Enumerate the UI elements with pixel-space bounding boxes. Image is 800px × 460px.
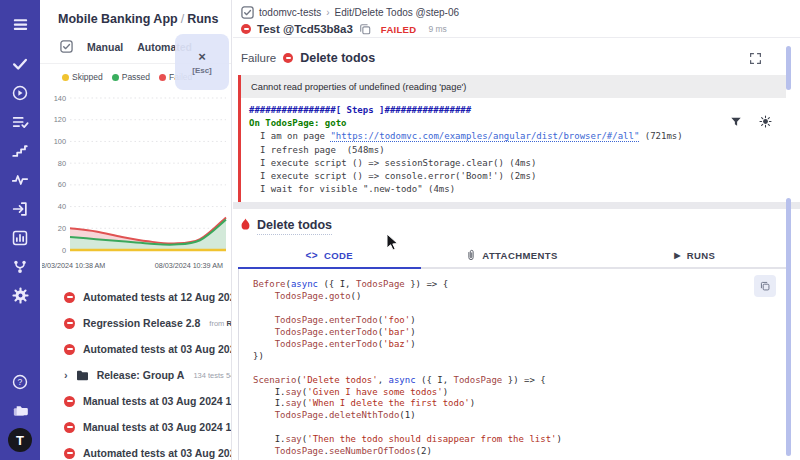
run-label: Release: Group A [97,369,185,381]
sidebar-signin-icon[interactable] [6,194,34,223]
sidebar-chart-icon[interactable] [6,223,34,252]
failure-bar: Failure Delete todos [233,38,800,75]
sidebar-help-icon[interactable]: ? [6,367,34,396]
run-label: Automated tests at 12 Aug 2024 05 [83,291,231,303]
tab-label: ATTACHMENTS [482,250,557,261]
details-title-row: Delete todos [233,209,800,235]
step-line: I execute script () => console.error('Bo… [249,170,778,183]
breadcrumb: Mobile Banking App/Runs [40,0,231,26]
test-detail-panel: todomvc-tests › Edit/Delete Todos @step-… [233,0,800,460]
legend-label: Skipped [72,72,103,82]
breadcrumb-separator: › [326,7,329,18]
svg-text:60: 60 [58,180,66,189]
runs-panel: Mobile Banking App/Runs Manual Automated… [40,0,232,460]
sidebar-checklist-icon[interactable] [6,107,34,136]
run-row[interactable]: Manual tests at 03 Aug 2024 10:43 [40,388,231,414]
breadcrumb-separator: / [181,12,184,26]
tab-runs[interactable]: ▶RUNS [603,242,786,267]
run-label: Regression Release 2.8 [83,317,200,329]
tab-label: RUNS [687,250,716,261]
sidebar-steps-icon[interactable] [6,136,34,165]
theme-toggle-icon[interactable] [759,115,772,128]
sidebar-gear-icon[interactable] [6,281,34,310]
flame-icon [240,217,251,235]
runs-section-title: Runs [187,12,218,26]
sidebar-projects-icon[interactable] [6,396,34,425]
user-avatar[interactable]: T [8,428,32,452]
checkbox-icon [241,6,254,19]
legend-dot [62,74,69,81]
console-toolbar [730,115,772,128]
details-scrollbar[interactable] [786,198,791,456]
failed-run-icon [64,318,75,329]
tab-label: CODE [324,250,353,261]
breadcrumb-suite[interactable]: Edit/Delete Todos @step-06 [335,7,459,18]
tab-manual[interactable]: Manual [87,41,123,53]
sidebar-check-icon[interactable] [6,49,34,78]
code-block: Before(async ({ I, TodosPage }) => { Tod… [253,279,786,458]
code-line: TodosPage.enterTodo('foo') [253,315,786,327]
copy-test-id-button[interactable] [359,23,371,35]
steps-console: ################[ Steps ]###############… [241,98,786,202]
failure-console-card: Cannot read properties of undefined (rea… [238,75,786,202]
failed-run-icon [64,396,75,407]
run-row[interactable]: Automated tests at 03 Aug 2024 10: [40,440,231,460]
step-line: I refresh page (548ms) [249,144,778,157]
code-line [253,422,786,434]
code-line: }) [253,351,786,363]
svg-text:20: 20 [58,224,66,233]
run-label: Manual tests at 03 Aug 2024 10:42 [83,421,231,433]
failed-status-icon [241,24,251,34]
close-panel-button[interactable]: × [Esc] [175,34,229,90]
tab-code[interactable]: <>CODE [238,242,421,269]
failed-dot-icon [283,53,293,63]
select-runs-icon[interactable] [60,40,73,53]
project-name[interactable]: Mobile Banking App [58,12,178,26]
tab-attachments[interactable]: ATTACHMENTS [421,242,604,267]
legend-item-passed[interactable]: Passed [112,72,150,82]
code-card: Before(async ({ I, TodosPage }) => { Tod… [238,269,786,460]
svg-text:140: 140 [54,94,66,103]
expand-icon[interactable] [749,52,762,65]
code-line: I.say('Given I have some todos') [253,387,786,399]
legend-dot [112,74,119,81]
test-header: todomvc-tests › Edit/Delete Todos @step-… [233,0,800,38]
code-line: TodosPage.seeNumberOfTodos(2) [253,446,786,458]
run-group-row[interactable]: ›Release: Group A134 tests 54 m [40,362,231,388]
esc-hint: [Esc] [192,66,212,75]
run-label: Automated tests at 03 Aug 2024 10: [83,447,231,459]
run-counts: 134 tests 54 m [193,371,231,380]
step-line: I am on page "https://todomvc.com/exampl… [249,130,778,143]
failed-run-icon [64,344,75,355]
code-line: Scenario('Delete todos', async ({ I, Tod… [253,375,786,387]
svg-text:?: ? [18,377,23,387]
filter-icon[interactable] [730,115,742,128]
console-scrollbar[interactable] [786,46,791,90]
sidebar-play-circle-icon[interactable] [6,78,34,107]
run-row[interactable]: Automated tests at 12 Aug 2024 05 [40,284,231,310]
step-line: I execute script () => sessionStorage.cl… [249,157,778,170]
run-row[interactable]: Manual tests at 03 Aug 2024 10:42 [40,414,231,440]
svg-text:100: 100 [54,137,66,146]
chevron-right-icon[interactable]: › [64,369,68,381]
folder-icon [76,370,89,381]
code-line [253,303,786,315]
sidebar-branch-icon[interactable] [6,252,34,281]
test-id: Test @Tcd53b8a3 [257,23,353,35]
status-badge: FAILED [381,24,417,35]
sidebar-menu-icon[interactable] [6,10,34,39]
run-label: Manual tests at 03 Aug 2024 10:43 [83,395,231,407]
code-line: Before(async ({ I, TodosPage }) => { [253,279,786,291]
close-icon[interactable]: × [198,50,206,63]
run-row[interactable]: Automated tests at 03 Aug 2024 10 [40,336,231,362]
copy-code-button[interactable] [754,275,776,297]
test-title-row: Test @Tcd53b8a3 FAILED 9 ms [241,23,790,35]
code-line: TodosPage.deleteNthTodo(1) [253,410,786,422]
details-test-name[interactable]: Delete todos [257,218,332,235]
breadcrumb-project[interactable]: todomvc-tests [259,7,321,18]
run-row[interactable]: Regression Release 2.8from Regressi [40,310,231,336]
legend-item-skipped[interactable]: Skipped [62,72,103,82]
step-url-link[interactable]: "https://todomvc.com/examples/angular/di… [330,131,639,142]
sidebar-activity-icon[interactable] [6,165,34,194]
failed-run-icon [64,422,75,433]
